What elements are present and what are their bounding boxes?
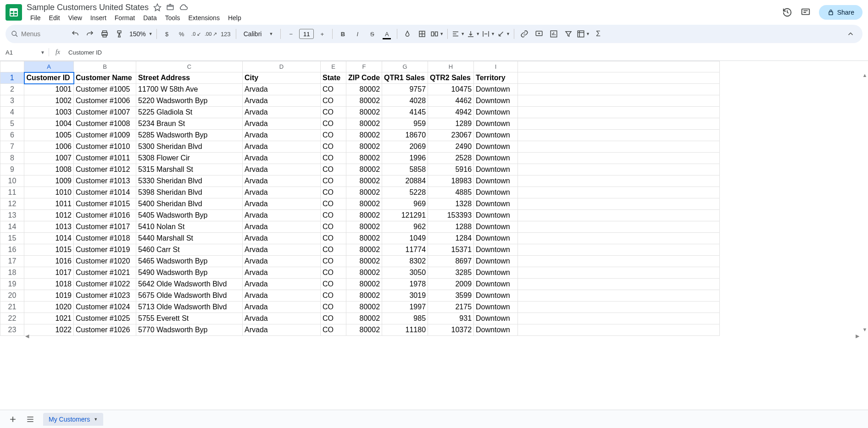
cell-I16[interactable]: Downtown <box>474 244 518 256</box>
menu-extensions[interactable]: Extensions <box>184 13 223 22</box>
cell-A1[interactable]: Customer ID <box>24 72 74 84</box>
cell-H12[interactable]: 1328 <box>428 198 474 210</box>
cell-E2[interactable]: CO <box>321 84 346 95</box>
cell-D15[interactable]: Arvada <box>243 233 321 244</box>
cell-G16[interactable]: 11774 <box>382 244 428 256</box>
cell-I11[interactable]: Downtown <box>474 187 518 198</box>
cell-A15[interactable]: 1014 <box>24 233 74 244</box>
cell-I1[interactable]: Territory <box>474 72 518 84</box>
column-header-G[interactable]: G <box>382 61 428 72</box>
column-header-H[interactable]: H <box>428 61 474 72</box>
cell-E18[interactable]: CO <box>321 267 346 279</box>
cell-B10[interactable]: Customer #1013 <box>74 176 136 187</box>
insert-comment-button[interactable] <box>533 27 545 40</box>
cell-A9[interactable]: 1008 <box>24 164 74 176</box>
cell-H13[interactable]: 153393 <box>428 210 474 221</box>
cell-H4[interactable]: 4942 <box>428 107 474 118</box>
cell-B7[interactable]: Customer #1010 <box>74 141 136 153</box>
cell-H7[interactable]: 2490 <box>428 141 474 153</box>
cell-A19[interactable]: 1018 <box>24 279 74 290</box>
cell-H11[interactable]: 4885 <box>428 187 474 198</box>
cell-C22[interactable]: 5755 Everett St <box>136 313 243 324</box>
filter-button[interactable] <box>562 27 575 40</box>
fill-color-button[interactable] <box>401 27 414 40</box>
row-header-14[interactable]: 14 <box>0 221 24 233</box>
cell-G5[interactable]: 959 <box>382 118 428 130</box>
insert-chart-button[interactable] <box>547 27 560 40</box>
cell-F2[interactable]: 80002 <box>346 84 382 95</box>
cell-B5[interactable]: Customer #1008 <box>74 118 136 130</box>
cell-D16[interactable]: Arvada <box>243 244 321 256</box>
cell-G2[interactable]: 9757 <box>382 84 428 95</box>
cell-G8[interactable]: 1996 <box>382 153 428 164</box>
add-sheet-button[interactable] <box>8 415 17 424</box>
cell-B17[interactable]: Customer #1020 <box>74 256 136 267</box>
cell-F20[interactable]: 80002 <box>346 290 382 302</box>
currency-button[interactable]: $ <box>161 27 173 40</box>
cell-E11[interactable]: CO <box>321 187 346 198</box>
row-header-11[interactable]: 11 <box>0 187 24 198</box>
row-header-7[interactable]: 7 <box>0 141 24 153</box>
percent-button[interactable]: % <box>175 27 188 40</box>
cell-E17[interactable]: CO <box>321 256 346 267</box>
cell-H1[interactable]: QTR2 Sales <box>428 72 474 84</box>
cell-B16[interactable]: Customer #1019 <box>74 244 136 256</box>
row-header-8[interactable]: 8 <box>0 153 24 164</box>
cell-E22[interactable]: CO <box>321 313 346 324</box>
cell-G18[interactable]: 3050 <box>382 267 428 279</box>
star-icon[interactable] <box>153 3 161 11</box>
cell-I6[interactable]: Downtown <box>474 130 518 141</box>
share-button[interactable]: Share <box>819 5 862 20</box>
cell-A20[interactable]: 1019 <box>24 290 74 302</box>
cell-I18[interactable]: Downtown <box>474 267 518 279</box>
cell-I20[interactable]: Downtown <box>474 290 518 302</box>
cell-A22[interactable]: 1021 <box>24 313 74 324</box>
cell-D8[interactable]: Arvada <box>243 153 321 164</box>
cell-C19[interactable]: 5642 Olde Wadsworth Blvd <box>136 279 243 290</box>
cell-G15[interactable]: 1049 <box>382 233 428 244</box>
cell-C1[interactable]: Street Address <box>136 72 243 84</box>
paint-format-button[interactable] <box>113 27 126 40</box>
cell-H16[interactable]: 15371 <box>428 244 474 256</box>
row-header-15[interactable]: 15 <box>0 233 24 244</box>
cell-H22[interactable]: 931 <box>428 313 474 324</box>
menu-view[interactable]: View <box>65 13 86 22</box>
cell-C9[interactable]: 5315 Marshall St <box>136 164 243 176</box>
menu-file[interactable]: File <box>27 13 45 22</box>
cell-G7[interactable]: 2069 <box>382 141 428 153</box>
cell-I5[interactable]: Downtown <box>474 118 518 130</box>
cell-I9[interactable]: Downtown <box>474 164 518 176</box>
cell-E13[interactable]: CO <box>321 210 346 221</box>
cell-F12[interactable]: 80002 <box>346 198 382 210</box>
row-header-17[interactable]: 17 <box>0 256 24 267</box>
document-title[interactable]: Sample Customers United States <box>27 3 149 12</box>
font-size-input[interactable]: 11 <box>299 29 314 39</box>
cell-A5[interactable]: 1004 <box>24 118 74 130</box>
row-header-1[interactable]: 1 <box>0 72 24 84</box>
borders-button[interactable] <box>416 27 428 40</box>
move-icon[interactable] <box>166 3 174 11</box>
cell-B6[interactable]: Customer #1009 <box>74 130 136 141</box>
cell-G1[interactable]: QTR1 Sales <box>382 72 428 84</box>
horizontal-scrollbar[interactable]: ◀▶ <box>24 333 861 339</box>
cell-F11[interactable]: 80002 <box>346 187 382 198</box>
search-menus[interactable] <box>11 27 67 40</box>
cell-C14[interactable]: 5410 Nolan St <box>136 221 243 233</box>
cell-D5[interactable]: Arvada <box>243 118 321 130</box>
cell-G17[interactable]: 8302 <box>382 256 428 267</box>
increase-decimal-button[interactable]: .00 ↗ <box>205 27 217 40</box>
cell-H15[interactable]: 1284 <box>428 233 474 244</box>
cell-F7[interactable]: 80002 <box>346 141 382 153</box>
cell-H5[interactable]: 1289 <box>428 118 474 130</box>
cell-E12[interactable]: CO <box>321 198 346 210</box>
cell-C12[interactable]: 5400 Sheridan Blvd <box>136 198 243 210</box>
cloud-status-icon[interactable] <box>179 3 188 12</box>
cell-H17[interactable]: 8697 <box>428 256 474 267</box>
cell-C10[interactable]: 5330 Sheridan Blvd <box>136 176 243 187</box>
vertical-scrollbar[interactable]: ▲▼ <box>862 72 868 333</box>
cell-E15[interactable]: CO <box>321 233 346 244</box>
cell-C13[interactable]: 5405 Wadsworth Byp <box>136 210 243 221</box>
cell-H21[interactable]: 2175 <box>428 302 474 313</box>
cell-A13[interactable]: 1012 <box>24 210 74 221</box>
text-wrap-button[interactable]: ▼ <box>482 27 495 40</box>
